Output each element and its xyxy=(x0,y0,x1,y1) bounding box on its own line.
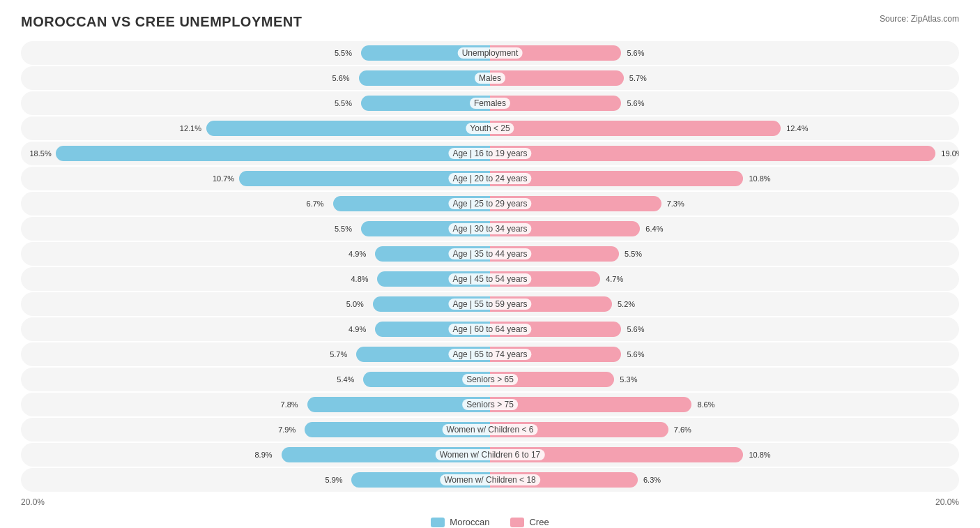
row-label: Age | 16 to 19 years xyxy=(448,148,531,159)
row-label: Age | 60 to 64 years xyxy=(448,324,531,335)
cree-value: 6.4% xyxy=(643,225,663,233)
moroccan-bar xyxy=(359,70,490,86)
cree-bar xyxy=(490,70,624,86)
cree-value: 5.6% xyxy=(624,99,644,107)
cree-bar xyxy=(490,146,935,161)
cree-value: 4.7% xyxy=(603,275,623,283)
moroccan-value: 4.9% xyxy=(349,250,369,258)
chart-row: Age | 25 to 29 years6.7%7.3% xyxy=(21,192,959,216)
row-label: Seniors > 65 xyxy=(462,374,518,385)
cree-bar xyxy=(490,397,691,412)
chart-row: Age | 45 to 54 years4.8%4.7% xyxy=(21,267,959,291)
cree-value: 5.2% xyxy=(615,300,635,308)
cree-legend-box xyxy=(510,518,524,527)
chart-row: Age | 35 to 44 years4.9%5.5% xyxy=(21,242,959,266)
moroccan-value: 12.1% xyxy=(180,124,204,133)
row-label: Females xyxy=(470,98,510,109)
row-label: Seniors > 75 xyxy=(462,399,518,410)
row-label: Unemployment xyxy=(458,47,523,59)
moroccan-value: 5.4% xyxy=(337,375,357,384)
cree-value: 5.6% xyxy=(624,350,644,359)
moroccan-value: 5.0% xyxy=(346,300,367,308)
moroccan-value: 4.9% xyxy=(349,325,369,333)
chart-row: Women w/ Children < 67.9%7.6% xyxy=(21,418,959,442)
chart-row: Age | 16 to 19 years18.5%19.0% xyxy=(21,142,959,165)
moroccan-value: 8.9% xyxy=(255,451,275,459)
x-axis-left: 20.0% xyxy=(21,497,45,507)
moroccan-value: 4.8% xyxy=(351,275,371,283)
chart-body: Unemployment5.5%5.6%Males5.6%5.7%Females… xyxy=(21,41,959,492)
cree-value: 10.8% xyxy=(746,174,770,183)
chart-source: Source: ZipAtlas.com xyxy=(880,14,959,24)
row-label: Age | 55 to 59 years xyxy=(448,299,531,310)
x-axis-right: 20.0% xyxy=(935,497,959,507)
row-label: Age | 20 to 24 years xyxy=(448,173,531,184)
chart-row: Women w/ Children 6 to 178.9%10.8% xyxy=(21,443,959,467)
chart-row: Age | 60 to 64 years4.9%5.6% xyxy=(21,317,959,341)
chart-row: Age | 20 to 24 years10.7%10.8% xyxy=(21,167,959,190)
chart-row: Youth < 2512.1%12.4% xyxy=(21,116,959,140)
moroccan-value: 5.5% xyxy=(335,99,355,107)
row-label: Age | 65 to 74 years xyxy=(448,349,531,360)
legend-cree: Cree xyxy=(510,517,549,527)
row-label: Age | 25 to 29 years xyxy=(448,198,531,209)
row-label: Age | 45 to 54 years xyxy=(448,273,531,285)
x-axis-labels: 20.0% 20.0% xyxy=(21,493,959,507)
chart-row: Seniors > 655.4%5.3% xyxy=(21,368,959,391)
chart-row: Age | 30 to 34 years5.5%6.4% xyxy=(21,217,959,241)
moroccan-value: 7.8% xyxy=(281,400,301,409)
cree-value: 10.8% xyxy=(746,451,770,459)
moroccan-legend-box xyxy=(431,518,445,527)
row-label: Males xyxy=(475,73,505,84)
row-label: Age | 30 to 34 years xyxy=(448,223,531,234)
moroccan-value: 5.5% xyxy=(335,225,355,233)
chart-row: Seniors > 757.8%8.6% xyxy=(21,393,959,416)
cree-value: 5.6% xyxy=(624,49,644,57)
moroccan-value: 10.7% xyxy=(213,174,237,183)
chart-row: Women w/ Children < 185.9%6.3% xyxy=(21,468,959,492)
cree-value: 7.6% xyxy=(671,425,691,434)
moroccan-value: 5.5% xyxy=(335,49,355,57)
chart-row: Unemployment5.5%5.6% xyxy=(21,41,959,65)
chart-row: Males5.6%5.7% xyxy=(21,66,959,90)
chart-title: MOROCCAN VS CREE UNEMPLOYMENT xyxy=(21,14,302,30)
moroccan-label: Moroccan xyxy=(450,517,489,527)
chart-container: MOROCCAN VS CREE UNEMPLOYMENT Source: Zi… xyxy=(0,0,980,528)
chart-row: Females5.5%5.6% xyxy=(21,91,959,115)
moroccan-value: 6.7% xyxy=(307,199,327,208)
chart-row: Age | 65 to 74 years5.7%5.6% xyxy=(21,342,959,366)
moroccan-value: 5.7% xyxy=(330,350,350,359)
cree-label: Cree xyxy=(529,517,549,527)
chart-legend: Moroccan Cree xyxy=(21,517,959,527)
cree-value: 12.4% xyxy=(783,124,808,133)
moroccan-bar xyxy=(56,146,490,161)
moroccan-value: 5.6% xyxy=(332,74,353,82)
moroccan-value: 18.5% xyxy=(29,149,54,158)
cree-value: 5.6% xyxy=(624,325,644,333)
row-label: Age | 35 to 44 years xyxy=(448,248,531,259)
moroccan-bar xyxy=(206,121,490,136)
moroccan-value: 7.9% xyxy=(278,425,298,434)
cree-value: 6.3% xyxy=(641,476,661,484)
cree-value: 8.6% xyxy=(694,400,714,409)
row-label: Women w/ Children 6 to 17 xyxy=(436,449,545,460)
row-label: Women w/ Children < 6 xyxy=(443,424,538,435)
legend-moroccan: Moroccan xyxy=(431,517,489,527)
row-label: Youth < 25 xyxy=(466,123,514,134)
row-label: Women w/ Children < 18 xyxy=(440,474,540,485)
cree-bar xyxy=(490,121,781,136)
cree-value: 7.3% xyxy=(664,199,684,208)
chart-header: MOROCCAN VS CREE UNEMPLOYMENT Source: Zi… xyxy=(21,14,959,30)
cree-value: 5.3% xyxy=(617,375,637,384)
moroccan-value: 5.9% xyxy=(325,476,345,484)
cree-value: 5.5% xyxy=(622,250,642,258)
chart-row: Age | 55 to 59 years5.0%5.2% xyxy=(21,292,959,316)
cree-value: 19.0% xyxy=(938,149,959,158)
cree-value: 5.7% xyxy=(627,74,647,82)
